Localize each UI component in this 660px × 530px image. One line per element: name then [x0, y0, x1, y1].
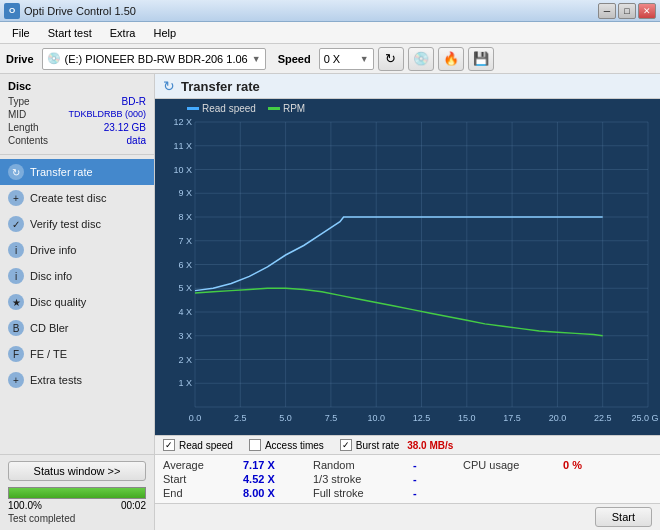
- menu-help[interactable]: Help: [145, 25, 184, 41]
- legend-rpm: RPM: [268, 103, 305, 114]
- disc-type-value: BD-R: [122, 96, 146, 107]
- nav-disc-info[interactable]: i Disc info: [0, 263, 154, 289]
- maximize-button[interactable]: □: [618, 3, 636, 19]
- rpm-legend-dot: [268, 107, 280, 110]
- status-window-button[interactable]: Status window >>: [8, 461, 146, 481]
- nav-disc-quality-label: Disc quality: [30, 296, 86, 308]
- nav-verify-test-disc[interactable]: ✓ Verify test disc: [0, 211, 154, 237]
- menu-extra[interactable]: Extra: [102, 25, 144, 41]
- burn-button[interactable]: 🔥: [438, 47, 464, 71]
- one-third-label: 1/3 stroke: [313, 473, 413, 485]
- verify-test-disc-icon: ✓: [8, 216, 24, 232]
- read-speed-control: ✓ Read speed: [163, 439, 233, 451]
- nav-drive-info[interactable]: i Drive info: [0, 237, 154, 263]
- disc-mid-value: TDKBLDRBB (000): [68, 109, 146, 120]
- speed-dropdown-arrow: ▼: [360, 54, 369, 64]
- progress-bar-container: [8, 487, 146, 499]
- content-area: ↻ Transfer rate Read speed RPM: [155, 74, 660, 530]
- create-test-disc-icon: +: [8, 190, 24, 206]
- burst-rate-checkbox[interactable]: ✓: [340, 439, 352, 451]
- read-speed-checkbox[interactable]: ✓: [163, 439, 175, 451]
- menu-start-test[interactable]: Start test: [40, 25, 100, 41]
- nav-cd-bler-label: CD Bler: [30, 322, 69, 334]
- disc-quality-icon: ★: [8, 294, 24, 310]
- cpu-usage-label: CPU usage: [463, 459, 563, 471]
- average-value: 7.17 X: [243, 459, 313, 471]
- menu-file[interactable]: File: [4, 25, 38, 41]
- chart-legend: Read speed RPM: [157, 101, 658, 116]
- drive-select[interactable]: 💿 (E:) PIONEER BD-RW BDR-206 1.06 ▼: [42, 48, 266, 70]
- app-icon: O: [4, 3, 20, 19]
- end-label: End: [163, 487, 243, 499]
- drive-info-icon: i: [8, 242, 24, 258]
- nav-cd-bler[interactable]: B CD Bler: [0, 315, 154, 341]
- content-header-icon: ↻: [163, 78, 175, 94]
- legend-read-speed: Read speed: [187, 103, 256, 114]
- content-header-title: Transfer rate: [181, 79, 260, 94]
- rpm-legend-label: RPM: [283, 103, 305, 114]
- disc-contents-value: data: [127, 135, 146, 146]
- nav-transfer-rate-label: Transfer rate: [30, 166, 93, 178]
- full-stroke-value: -: [413, 487, 463, 499]
- nav-create-test-disc[interactable]: + Create test disc: [0, 185, 154, 211]
- refresh-button[interactable]: ↻: [378, 47, 404, 71]
- access-times-checkbox[interactable]: [249, 439, 261, 451]
- fe-te-icon: F: [8, 346, 24, 362]
- random-label: Random: [313, 459, 413, 471]
- nav-fe-te[interactable]: F FE / TE: [0, 341, 154, 367]
- average-label: Average: [163, 459, 243, 471]
- disc-button[interactable]: 💿: [408, 47, 434, 71]
- disc-title: Disc: [8, 80, 146, 92]
- burst-rate-value: 38.0 MB/s: [407, 440, 453, 451]
- end-value: 8.00 X: [243, 487, 313, 499]
- nav-disc-quality[interactable]: ★ Disc quality: [0, 289, 154, 315]
- elapsed-time: 00:02: [121, 500, 146, 511]
- random-value: -: [413, 459, 463, 471]
- progress-text-row: 100.0% 00:02: [8, 500, 146, 511]
- speed-select[interactable]: 0 X ▼: [319, 48, 374, 70]
- burst-rate-control-label: Burst rate: [356, 440, 399, 451]
- full-stroke-label: Full stroke: [313, 487, 413, 499]
- content-header: ↻ Transfer rate: [155, 74, 660, 99]
- speed-label: Speed: [278, 53, 311, 65]
- drive-dropdown-arrow: ▼: [252, 54, 261, 64]
- stats-table: Average 7.17 X Random - CPU usage 0 % St…: [155, 454, 660, 503]
- nav-verify-test-disc-label: Verify test disc: [30, 218, 101, 230]
- nav-extra-tests[interactable]: + Extra tests: [0, 367, 154, 393]
- save-button[interactable]: 💾: [468, 47, 494, 71]
- disc-length-row: Length 23.12 GB: [8, 122, 146, 133]
- disc-contents-row: Contents data: [8, 135, 146, 146]
- disc-section: Disc Type BD-R MID TDKBLDRBB (000) Lengt…: [0, 74, 154, 155]
- drive-label: Drive: [6, 53, 34, 65]
- start-row: Start: [155, 503, 660, 530]
- one-third-value: -: [413, 473, 463, 485]
- extra-tests-icon: +: [8, 372, 24, 388]
- nav-transfer-rate[interactable]: ↻ Transfer rate: [0, 159, 154, 185]
- start-button[interactable]: Start: [595, 507, 652, 527]
- speed-select-value: 0 X: [324, 53, 356, 65]
- disc-type-label: Type: [8, 96, 30, 107]
- sidebar: Disc Type BD-R MID TDKBLDRBB (000) Lengt…: [0, 74, 155, 530]
- drive-toolbar: Drive 💿 (E:) PIONEER BD-RW BDR-206 1.06 …: [0, 44, 660, 74]
- access-times-control: Access times: [249, 439, 324, 451]
- nav-fe-te-label: FE / TE: [30, 348, 67, 360]
- disc-contents-label: Contents: [8, 135, 48, 146]
- close-button[interactable]: ✕: [638, 3, 656, 19]
- disc-length-value: 23.12 GB: [104, 122, 146, 133]
- title-bar: O Opti Drive Control 1.50 ─ □ ✕: [0, 0, 660, 22]
- disc-info-icon: i: [8, 268, 24, 284]
- start-label: Start: [163, 473, 243, 485]
- nav-disc-info-label: Disc info: [30, 270, 72, 282]
- start-value: 4.52 X: [243, 473, 313, 485]
- disc-type-row: Type BD-R: [8, 96, 146, 107]
- read-speed-control-label: Read speed: [179, 440, 233, 451]
- cpu-usage-value: 0 %: [563, 459, 643, 471]
- minimize-button[interactable]: ─: [598, 3, 616, 19]
- main-layout: Disc Type BD-R MID TDKBLDRBB (000) Lengt…: [0, 74, 660, 530]
- test-completed-text: Test completed: [8, 513, 146, 524]
- status-section: Status window >> 100.0% 00:02 Test compl…: [0, 454, 154, 530]
- progress-bar: [9, 488, 145, 498]
- burst-rate-control: ✓ Burst rate 38.0 MB/s: [340, 439, 454, 451]
- chart-controls: ✓ Read speed Access times ✓ Burst rate 3…: [155, 435, 660, 454]
- cd-bler-icon: B: [8, 320, 24, 336]
